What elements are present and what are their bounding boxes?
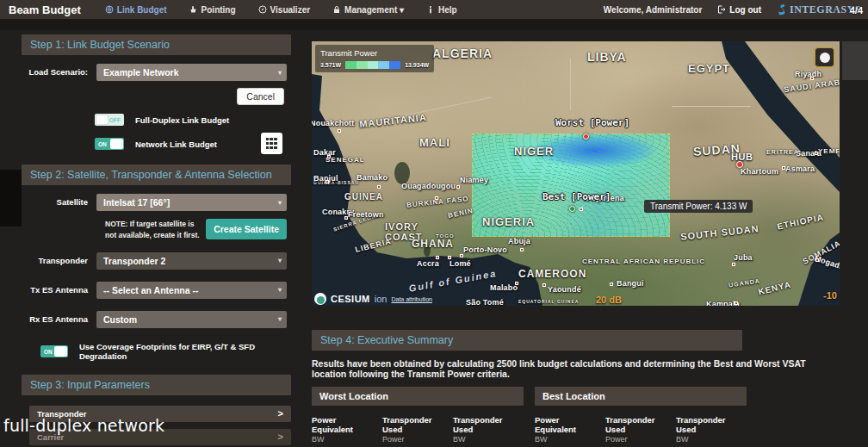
best-location-marker[interactable] — [569, 206, 575, 212]
cesium-map[interactable]: ALGERIALIBYAEGYPTSAUDI ARABIAMAURITANIAM… — [312, 41, 840, 306]
executive-summary-section: Step 4: Executive Summary Results have b… — [312, 330, 840, 447]
scenario-select[interactable]: Example Network ▾ — [96, 64, 287, 81]
city-dot — [327, 155, 331, 158]
city-dot — [326, 180, 329, 183]
city-dot — [338, 129, 341, 133]
satellite-value: Intelsat 17 [66°] — [103, 197, 170, 208]
city-label: Niamey — [460, 176, 488, 184]
column-sublabel: BW — [453, 435, 520, 444]
step3-header: Step 3: Input Parameters — [22, 375, 291, 395]
nav-visualizer[interactable]: Visualizer — [258, 5, 311, 15]
grid-icon — [266, 138, 277, 149]
country-border — [672, 106, 751, 107]
footprints-label: Use Coverage Footprints for EIRP, G/T & … — [79, 342, 291, 361]
app-brand: Beam Budget — [9, 3, 81, 16]
country-label: MAURITANIA — [359, 112, 428, 129]
country-label: EQUATORIAL GUINEA — [518, 299, 579, 304]
country-label: CENTRAL AFRICAN REPUBLIC — [582, 258, 705, 265]
toggle-knob — [110, 139, 123, 149]
nav-pointing[interactable]: Pointing — [189, 5, 236, 15]
city-dot — [810, 77, 814, 80]
country-label: CAMEROON — [518, 268, 586, 280]
full-duplex-toggle[interactable]: OFF — [95, 114, 124, 126]
left-edge-block — [0, 170, 22, 227]
chevron-down-icon: ▾ — [278, 315, 282, 323]
chevron-down-icon: ▾ — [278, 199, 282, 207]
compass-icon — [258, 5, 267, 14]
transponder-select[interactable]: Transponder 2 ▾ — [96, 252, 287, 270]
satellite-note: NOTE: If target satellite is not availab… — [105, 219, 206, 241]
city-label: Khartoum — [741, 167, 778, 176]
cancel-button[interactable]: Cancel — [237, 88, 284, 105]
country-label: NIGERIA — [482, 215, 535, 228]
nav-link-budget[interactable]: Link Budget — [105, 5, 167, 15]
welcome-text: Welcome, Administrator — [604, 5, 702, 15]
overlay-caption: full-duplex network — [3, 416, 164, 435]
city-dot — [542, 283, 546, 287]
column-sublabel: Power — [605, 435, 673, 444]
base-layer-picker-button[interactable] — [815, 47, 834, 67]
city-dot — [610, 282, 613, 286]
logout-button[interactable]: Log out — [717, 5, 761, 15]
network-toggle[interactable]: ON — [95, 138, 124, 150]
country-label: SOUTH SUDAN — [680, 223, 760, 242]
city-dot — [460, 254, 463, 258]
footprints-toggle[interactable]: ON — [40, 345, 68, 357]
nav-label: Link Budget — [117, 5, 167, 15]
rx-antenna-select[interactable]: Custom ▾ — [96, 311, 287, 328]
country-label: SENEGAL — [326, 156, 365, 164]
city-dot — [515, 282, 518, 285]
city-dot — [732, 263, 735, 266]
country-label: GUINEA — [344, 192, 383, 202]
contour-value-label: -10 — [823, 290, 837, 301]
summary-column: Power Equivalent BW 25.61 MHz — [312, 415, 382, 447]
city-label: Nouakchott — [312, 119, 355, 127]
cesium-credit: CESIUM ion Data attribution — [314, 293, 432, 305]
globe-icon — [105, 5, 114, 14]
city-dot — [435, 196, 438, 200]
hub-marker[interactable] — [736, 161, 743, 168]
tx-antenna-label: Tx ES Antenna — [26, 285, 96, 295]
tx-antenna-select[interactable]: -- Select an Antenna -- ▾ — [96, 282, 287, 299]
column-label: Power Equivalent — [312, 415, 379, 435]
city-dot — [735, 301, 738, 305]
transponder-value: Transponder 2 — [103, 256, 165, 266]
country-label: MALI — [419, 136, 450, 149]
transmit-power-legend: Transmit Power 3.571W 13.934W — [315, 45, 434, 72]
navbar: Beam Budget Link Budget Pointing Visuali… — [0, 0, 868, 19]
worst-location-table: Worst Location Power Equivalent BW 25.61… — [312, 387, 524, 447]
grid-view-button[interactable] — [261, 133, 282, 154]
country-label: GHANA — [412, 238, 454, 250]
summary-column: Transponder Used BW 32.67 % — [676, 415, 747, 447]
worst-location-marker[interactable] — [583, 133, 589, 140]
logout-label: Log out — [729, 5, 761, 15]
nav-help[interactable]: Help — [426, 5, 457, 15]
legend-colorbar — [345, 61, 400, 69]
country-label: ALGERIA — [432, 47, 493, 60]
worst-location-title: Worst Location — [312, 387, 524, 406]
legend-max-value: 13.934W — [405, 62, 429, 68]
satellite-select[interactable]: Intelsat 17 [66°] ▾ — [96, 194, 287, 211]
globe-layer-icon — [820, 53, 830, 63]
city-dot — [377, 185, 381, 189]
navbar-strip — [0, 19, 868, 30]
city-dot — [782, 166, 785, 170]
cesium-brand: CESIUM — [331, 294, 370, 304]
country-label: ETHIOPIA — [776, 212, 824, 231]
city-label: Porto-Novo — [463, 245, 507, 254]
country-label: EGYPT — [688, 62, 730, 75]
data-attribution-link[interactable]: Data attribution — [391, 296, 431, 302]
logout-icon — [717, 5, 726, 14]
column-sublabel: BW — [676, 435, 743, 444]
nav-management[interactable]: Management ▾ — [332, 5, 404, 15]
country-label: LIBYA — [587, 50, 627, 64]
country-label: BENIN — [447, 207, 474, 220]
column-sublabel: BW — [312, 435, 379, 444]
column-sublabel: Power — [382, 435, 450, 444]
city-dot — [344, 216, 348, 220]
transponder-label: Transponder — [26, 256, 96, 266]
country-label: NIGER — [514, 145, 554, 158]
chevron-down-icon: ▾ — [278, 286, 282, 294]
create-satellite-button[interactable]: Create Satellite — [206, 219, 287, 239]
cesium-ion: ion — [375, 294, 388, 304]
